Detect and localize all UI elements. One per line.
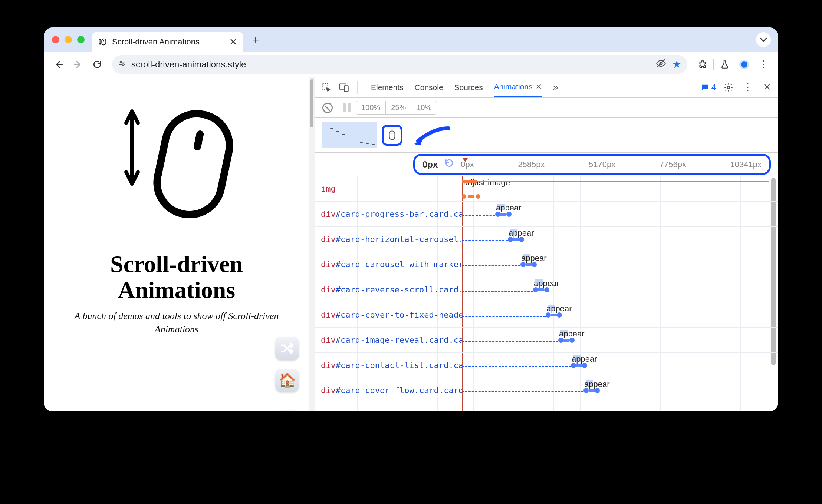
speed-selector[interactable]: 100% 25% 10% [356,101,437,115]
row-selector: div#card-contact-list.card.ca [315,361,462,370]
animation-thumbnail[interactable] [322,122,377,148]
animation-row[interactable]: div#card-cover-to-fixed-heade appear [315,302,778,328]
more-tabs-icon[interactable]: » [553,77,558,97]
tab-title: Scroll-driven Animations [112,37,223,47]
url-text: scroll-driven-animations.style [131,59,651,70]
address-bar[interactable]: scroll-driven-animations.style ★ [112,55,687,74]
back-button[interactable] [50,56,67,73]
toolbar-separator [713,59,714,70]
device-toolbar-icon[interactable] [337,81,351,94]
row-timeline[interactable]: appear [462,252,769,277]
animation-row[interactable]: div#card-cover-flow.card.card appear [315,378,778,403]
animation-row[interactable]: div#card-contact-list.card.ca appear [315,353,778,378]
svg-rect-11 [151,108,235,220]
row-timeline[interactable]: appear [462,302,769,327]
tab-search-button[interactable] [756,32,771,47]
row-selector: div#card-cover-to-fixed-heade [315,310,462,319]
bookmark-star-icon[interactable]: ★ [672,58,681,70]
tab-sources[interactable]: Sources [454,77,483,97]
animations-controls: 100% 25% 10% [315,98,778,118]
devtools-resizer[interactable] [309,77,315,411]
speed-100[interactable]: 100% [356,101,386,114]
rendered-page[interactable]: Scroll-drivenAnimations A bunch of demos… [44,77,309,411]
tab-animations[interactable]: Animations✕ [494,77,542,97]
animation-row[interactable]: div#card-reverse-scroll.card. appear [315,277,778,302]
messages-button[interactable]: 4 [701,83,716,92]
ruler-highlight: 0px 0px 2585px 5170px 7756px 10341px [413,154,771,175]
minimize-window-icon[interactable] [65,36,72,43]
row-timeline[interactable]: appear [462,328,769,352]
svg-rect-15 [344,86,348,91]
site-settings-icon[interactable] [118,59,126,69]
row-timeline[interactable]: appear [462,378,769,403]
row-timeline[interactable]: appear [462,227,769,252]
timeline-ruler: 0px 0px 2585px 5170px 7756px 10341px [315,153,778,176]
chrome-menu-icon[interactable]: ⋮ [755,56,772,73]
devtools-tabs: Elements Console Sources Animations✕ » [371,77,558,97]
row-selector: div#card-progress-bar.card.ca [315,209,462,219]
replay-icon[interactable] [444,158,454,170]
svg-point-5 [120,61,122,63]
animation-row[interactable]: div#card-progress-bar.card.ca appear [315,202,778,227]
inspect-element-icon[interactable] [319,81,333,94]
pause-button[interactable] [343,103,351,112]
animation-row[interactable]: div#card-carousel-with-marker appear [315,252,778,277]
svg-point-16 [727,86,730,89]
row-timeline[interactable]: adjust-image [462,176,769,201]
devtools-top-bar: Elements Console Sources Animations✕ » 4 [315,77,778,98]
profile-avatar[interactable] [736,56,752,73]
close-window-icon[interactable] [52,36,59,43]
tab-elements[interactable]: Elements [371,77,404,97]
content-area: Scroll-drivenAnimations A bunch of demos… [44,77,778,411]
devtools-menu-icon[interactable]: ⋮ [741,81,754,94]
zoom-window-icon[interactable] [77,36,85,43]
animation-row[interactable]: div#card-horizontal-carousel. appear [315,227,778,252]
extensions-icon[interactable] [694,56,710,73]
animation-preview-row [315,118,778,153]
playhead-marker-icon [462,157,468,163]
row-selector: div#card-reverse-scroll.card. [315,285,462,294]
browser-toolbar: scroll-driven-animations.style ★ ⋮ [44,52,778,77]
clear-button[interactable] [322,103,333,113]
playhead-position: 0px [422,159,438,170]
speed-10[interactable]: 10% [411,101,437,114]
row-selector: div#card-carousel-with-marker [315,260,462,269]
browser-window: Scroll-driven Animations ✕ ＋ scroll-driv… [44,27,778,411]
row-timeline[interactable]: appear [462,202,769,226]
browser-tab[interactable]: Scroll-driven Animations ✕ [92,32,243,52]
forward-button[interactable] [70,56,86,73]
svg-rect-12 [193,130,204,151]
reload-button[interactable] [89,56,105,73]
row-selector: div#card-horizontal-carousel. [315,235,462,244]
row-selector: div#card-cover-flow.card.card [315,386,462,395]
animation-row[interactable]: img adjust-image [315,176,778,202]
row-selector: img [315,184,462,193]
home-button[interactable]: 🏠 [275,368,299,392]
tab-strip: Scroll-driven Animations ✕ ＋ [44,27,778,52]
svg-point-7 [122,64,124,66]
row-timeline[interactable]: appear [462,353,769,378]
close-panel-icon[interactable]: ✕ [536,82,542,91]
tracking-icon[interactable] [656,58,666,71]
tab-console[interactable]: Console [415,77,443,97]
svg-rect-26 [389,131,395,140]
tab-favicon-mouse-icon [99,38,107,46]
labs-icon[interactable] [717,56,733,73]
page-logo [62,107,291,229]
info-button[interactable]: i [275,410,299,411]
ruler-ticks: 0px 2585px 5170px 7756px 10341px [461,160,762,169]
scroll-timeline-icon[interactable] [382,125,402,146]
new-tab-button[interactable]: ＋ [247,31,264,48]
row-selector: div#card-image-reveal.card.ca [315,335,462,345]
settings-gear-icon[interactable] [722,81,735,94]
speed-25[interactable]: 25% [386,101,411,114]
close-tab-icon[interactable]: ✕ [228,36,239,48]
callout-arrow-icon [411,123,452,145]
row-timeline[interactable]: appear [462,277,769,302]
animation-row[interactable]: div#card-image-reveal.card.ca appear [315,328,778,353]
devtools-panel: Elements Console Sources Animations✕ » 4 [315,77,778,411]
shuffle-button[interactable] [275,336,299,360]
animation-rows: img adjust-image div#card-progress-bar.c… [315,176,778,411]
page-title: Scroll-drivenAnimations [62,251,291,304]
close-devtools-icon[interactable]: ✕ [760,81,774,94]
